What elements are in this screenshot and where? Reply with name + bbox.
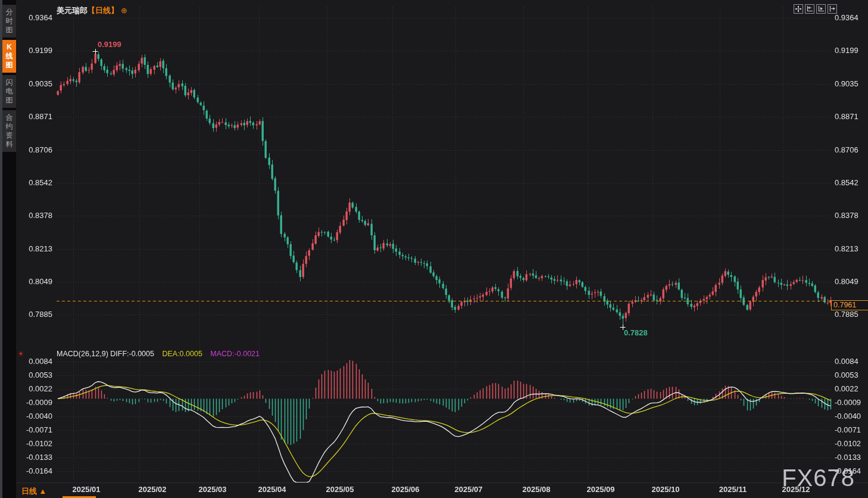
chart-toolbar bbox=[794, 4, 837, 14]
macd-axis-label-right: -0.0102 bbox=[835, 439, 861, 448]
macd-axis-label-left: -0.0164 bbox=[23, 466, 52, 475]
watermark: FX678 bbox=[782, 465, 855, 491]
low-price-annotation: 0.7828 bbox=[624, 328, 648, 337]
macd-axis-label-right: -0.0133 bbox=[835, 453, 861, 462]
macd-diff-readout: MACD(26,12,9) DIFF:-0.0005 bbox=[57, 350, 154, 358]
price-macd-chart-canvas[interactable] bbox=[0, 0, 868, 498]
sidebar-tab-2[interactable]: 闪 电 图 bbox=[2, 75, 16, 108]
macd-axis-label-left: -0.0133 bbox=[23, 453, 52, 462]
price-axis-label-right: 0.8049 bbox=[835, 277, 858, 286]
macd-axis-label-right: 0.0084 bbox=[835, 357, 858, 366]
sidebar-tab-1[interactable]: K 线 图 bbox=[2, 40, 16, 73]
macd-axis-label-left: -0.0009 bbox=[23, 398, 52, 407]
macd-axis-label-right: 0.0053 bbox=[835, 371, 858, 379]
price-axis-label-left: 0.8049 bbox=[23, 277, 52, 286]
macd-axis-label-left: -0.0071 bbox=[23, 425, 52, 434]
sidebar-tab-0[interactable]: 分 时 图 bbox=[2, 5, 16, 38]
macd-legend: MACD(26,12,9) DIFF:-0.0005 DEA:0.0005 MA… bbox=[57, 350, 260, 358]
macd-settings-icon[interactable]: ☀ bbox=[16, 349, 26, 359]
price-axis-label-left: 0.8871 bbox=[23, 112, 52, 121]
high-price-annotation: 0.9199 bbox=[98, 40, 121, 49]
price-axis-label-left: 0.8542 bbox=[23, 178, 52, 187]
price-axis-label-left: 0.9199 bbox=[23, 46, 52, 55]
x-axis-label: 2025/11 bbox=[719, 485, 747, 494]
price-axis-label-left: 0.8706 bbox=[23, 145, 52, 154]
macd-axis-label-right: 0.0022 bbox=[835, 384, 858, 393]
sidebar-tab-3[interactable]: 合 约 资 料 bbox=[2, 110, 16, 152]
last-price-badge: 0.7961 bbox=[831, 300, 868, 310]
auto-play-icon[interactable] bbox=[816, 4, 826, 14]
price-axis-label-left: 0.9035 bbox=[23, 79, 52, 88]
x-axis-label: 2025/07 bbox=[455, 485, 483, 494]
chart-application: 分 时 图K 线 图闪 电 图合 约 资 料 美元瑞郎【日线】⊕ 0.93640… bbox=[0, 0, 868, 498]
macd-dea-readout: DEA:0.0005 bbox=[162, 350, 202, 358]
price-axis-label-right: 0.8378 bbox=[835, 211, 858, 220]
price-axis-label-left: 0.7885 bbox=[23, 310, 52, 319]
chart-title: 美元瑞郎【日线】⊕ bbox=[57, 5, 127, 16]
macd-axis-label-left: -0.0102 bbox=[23, 439, 52, 448]
x-axis-label: 2025/06 bbox=[392, 485, 420, 494]
macd-axis-label-left: 0.0053 bbox=[23, 371, 52, 379]
settings-icon[interactable]: ⊕ bbox=[121, 6, 127, 15]
x-axis-label: 2025/02 bbox=[139, 485, 167, 494]
price-axis-label-right: 0.8706 bbox=[835, 145, 858, 154]
price-axis-label-left: 0.8378 bbox=[23, 211, 52, 220]
x-axis-label: 2025/08 bbox=[523, 485, 551, 494]
symbol-name: 美元瑞郎 bbox=[57, 6, 88, 15]
price-axis-label-right: 0.8213 bbox=[835, 244, 858, 253]
price-axis-label-left: 0.9364 bbox=[23, 13, 52, 22]
go-latest-icon[interactable] bbox=[828, 4, 837, 14]
x-axis-label: 2025/05 bbox=[326, 485, 354, 494]
macd-axis-label-left: 0.0084 bbox=[23, 357, 52, 366]
macd-axis-label-right: -0.0040 bbox=[835, 412, 861, 421]
pan-icon[interactable] bbox=[794, 4, 803, 14]
x-axis-label: 2025/04 bbox=[258, 485, 286, 494]
left-sidebar: 分 时 图K 线 图闪 电 图合 约 资 料 bbox=[0, 0, 16, 498]
price-axis-label-right: 0.9035 bbox=[835, 79, 858, 88]
price-axis-label-right: 0.9199 bbox=[835, 46, 858, 55]
period-selector[interactable]: 日线 ▲ bbox=[21, 486, 46, 497]
price-axis-label-right: 0.8871 bbox=[835, 112, 858, 121]
price-axis-label-right: 0.7885 bbox=[835, 310, 858, 319]
price-axis-label-left: 0.8213 bbox=[23, 244, 52, 253]
x-axis-label: 2025/09 bbox=[587, 485, 615, 494]
x-axis-label: 2025/01 bbox=[73, 485, 101, 494]
macd-axis-label-right: -0.0009 bbox=[835, 398, 861, 407]
x-axis-label: 2025/03 bbox=[199, 485, 227, 494]
macd-axis-label-right: -0.0071 bbox=[835, 425, 861, 434]
x-axis-label: 2025/10 bbox=[652, 485, 680, 494]
price-axis-label-right: 0.9364 bbox=[835, 13, 858, 22]
macd-axis-label-left: 0.0022 bbox=[23, 384, 52, 393]
price-axis-label-right: 0.8542 bbox=[835, 178, 858, 187]
macd-bar-readout: MACD:-0.0021 bbox=[210, 350, 260, 358]
period-tag: 【日线】 bbox=[88, 6, 118, 15]
scale-left-icon[interactable] bbox=[805, 4, 814, 14]
macd-axis-label-left: -0.0040 bbox=[23, 412, 52, 421]
